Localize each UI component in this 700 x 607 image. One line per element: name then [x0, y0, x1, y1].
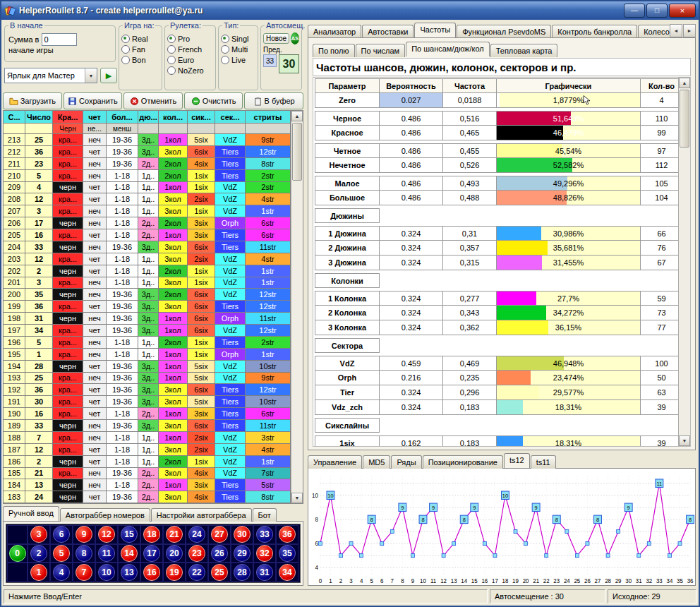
numpad-cell-28[interactable]: 28 [234, 564, 251, 581]
analysis-tab-5[interactable]: Колесо рулет [638, 25, 670, 37]
numpad-cell-36[interactable]: 36 [279, 526, 296, 543]
game-radio-1[interactable]: Fan [121, 44, 159, 54]
history-row[interactable]: 2013кра...неч1-181д..3кол1sixVdZ1str [4, 277, 291, 289]
history-row[interactable]: 18521кра...неч19-362д..3кол4sixVdZ7str [4, 468, 291, 480]
numpad-cell-5[interactable]: 5 [53, 545, 70, 562]
scroll-up-icon[interactable]: ▲ [291, 111, 303, 121]
series-tab-2[interactable]: Ряды [391, 455, 421, 469]
roulette-radio-1[interactable]: French [167, 44, 213, 54]
history-col-header[interactable]: стриты [246, 111, 291, 124]
freq-tab-1[interactable]: По числам [356, 44, 406, 57]
history-row[interactable]: 21325кра...неч19-363д..1кол5sixVdZ9str [4, 134, 291, 146]
history-row[interactable]: 19016кра...чет1-182д..1кол3sixTiers6str [4, 408, 291, 420]
numpad-cell-20[interactable]: 20 [166, 545, 183, 562]
scroll-up-icon[interactable]: ▲ [679, 78, 690, 88]
input-tab-2[interactable]: Настройки автограббера [151, 508, 252, 522]
scroll-track[interactable] [679, 88, 690, 435]
freq-tab-3[interactable]: Тепловая карта [490, 44, 558, 57]
numpad-cell-23[interactable]: 23 [188, 545, 205, 562]
series-tab-0[interactable]: Управление [308, 455, 362, 469]
history-row[interactable]: 18933черннеч19-363д..3кол6sixTiers11str [4, 420, 291, 432]
to-clipboard-button[interactable]: В буфер [244, 92, 303, 109]
numpad-cell-29[interactable]: 29 [234, 545, 251, 562]
start-sum-input[interactable] [42, 33, 77, 46]
history-row[interactable]: 2022чернчет1-181д..2кол1sixVdZ1str [4, 265, 291, 277]
numpad-cell-24[interactable]: 24 [188, 526, 205, 543]
numpad-cell-32[interactable]: 32 [256, 545, 273, 562]
numpad-cell-33[interactable]: 33 [256, 526, 273, 543]
numpad-cell-21[interactable]: 21 [166, 526, 183, 543]
play-button[interactable]: ▶ [100, 68, 117, 83]
numpad-cell-22[interactable]: 22 [188, 564, 205, 581]
history-col-header[interactable]: Число [25, 111, 53, 124]
numpad-cell-34[interactable]: 34 [279, 564, 296, 581]
freq-tab-2[interactable]: По шансам/дюж/кол [406, 42, 490, 56]
numpad-cell-18[interactable]: 18 [143, 526, 160, 543]
mode-radio-2[interactable]: Live [221, 54, 255, 65]
maximize-button[interactable]: □ [646, 4, 668, 18]
history-row[interactable]: 1862чернчет1-181д..2кол1sixVdZ1str [4, 456, 291, 468]
roulette-radio-2[interactable]: Euro [167, 54, 213, 65]
numpad-cell-12[interactable]: 12 [98, 526, 115, 543]
scroll-thumb[interactable] [680, 90, 689, 148]
history-col-header[interactable]: дю... [138, 111, 159, 124]
history-row[interactable]: 19130кра...чет19-363д..3кол5sixTiers10st… [4, 396, 291, 408]
series-tab-5[interactable]: ts11 [531, 455, 556, 469]
series-tab-3[interactable]: Позиционирование [423, 455, 503, 469]
history-col-header[interactable]: сек... [215, 111, 246, 124]
history-row[interactable]: 20812кра...чет1-181д..3кол2sixVdZ4str [4, 193, 291, 205]
scroll-thumb[interactable] [292, 123, 302, 181]
input-tab-1[interactable]: Автограббер номеров [60, 508, 150, 522]
scroll-track[interactable] [291, 121, 303, 493]
analysis-tab-0[interactable]: Анализатор [308, 25, 361, 37]
numpad-cell-30[interactable]: 30 [234, 526, 251, 543]
cancel-button[interactable]: Отменить [123, 92, 183, 109]
roulette-radio-3[interactable]: NoZero [167, 65, 213, 76]
analysis-tab-2[interactable]: Частоты [414, 23, 456, 37]
history-col-header[interactable]: Кра... [53, 111, 83, 124]
scroll-down-icon[interactable]: ▼ [291, 493, 303, 503]
series-tab-4[interactable]: ts12 [504, 453, 530, 468]
frequencies-scrollbar[interactable]: ▲ ▼ [678, 78, 690, 446]
numpad-cell-35[interactable]: 35 [279, 545, 296, 562]
numpad-cell-4[interactable]: 4 [53, 564, 70, 581]
history-row[interactable]: 18413черннеч1-182д..1кол3sixTiers5str [4, 479, 291, 491]
history-row[interactable]: 2105кра...неч1-181д..2кол1sixTiers2str [4, 170, 291, 182]
history-row[interactable]: 19831черннеч19-363д..1кол6sixOrph11str [4, 313, 291, 325]
save-button[interactable]: Сохранить [64, 92, 123, 109]
tab-scroll-right-icon[interactable]: ► [683, 24, 696, 37]
history-col-header[interactable]: кол... [159, 111, 188, 124]
input-tab-3[interactable]: Бот [253, 508, 277, 522]
numpad-cell-11[interactable]: 11 [98, 545, 115, 562]
clear-button[interactable]: Очистить [184, 92, 243, 109]
history-col-header[interactable]: бол... [107, 111, 138, 124]
numpad-cell-13[interactable]: 13 [121, 564, 138, 581]
numpad-cell-7[interactable]: 7 [76, 564, 92, 581]
numpad-cell-6[interactable]: 6 [53, 526, 70, 543]
history-col-header[interactable]: С... [4, 111, 25, 124]
analysis-tab-3[interactable]: Функционал PsevdoMS [457, 25, 551, 37]
numpad-cell-8[interactable]: 8 [76, 545, 92, 562]
numpad-cell-0[interactable]: 0 [9, 545, 26, 562]
history-row[interactable]: 18712кра...чет1-181д..3кол2sixVdZ4str [4, 444, 291, 456]
history-row[interactable]: 20312кра...чет1-181д..3кол2sixVdZ4str [4, 253, 291, 265]
history-row[interactable]: 19734кра...чет19-363д..1кол6sixVdZ12str [4, 325, 291, 337]
history-row[interactable]: 19936кра...чет19-363д..3кол6sixTiers12st… [4, 301, 291, 313]
history-row[interactable]: 2073кра...неч1-181д..3кол1sixVdZ1str [4, 205, 291, 217]
numpad-cell-1[interactable]: 1 [30, 564, 47, 581]
roulette-radio-0[interactable]: Pro [167, 33, 213, 44]
history-row[interactable]: 18324чернчет19-362д..3кол4sixTiers8str [4, 491, 291, 503]
history-row[interactable]: 19325кра...неч19-363д..1кол5sixVdZ9str [4, 373, 291, 385]
preset-combobox[interactable]: Ярлык для Мастер ▼ [4, 68, 97, 83]
history-row[interactable]: 20617черннеч1-182д..2кол3sixOrph6str [4, 217, 291, 229]
numpad-cell-10[interactable]: 10 [98, 564, 115, 581]
numpad-cell-17[interactable]: 17 [143, 545, 160, 562]
scroll-down-icon[interactable]: ▼ [679, 435, 690, 446]
history-row[interactable]: 1951кра...неч1-181д..1кол1sixOrph1str [4, 349, 291, 361]
analysis-tab-1[interactable]: Автоставки [362, 25, 414, 37]
new-autoshift-button[interactable]: Новое [263, 33, 289, 44]
analysis-tab-4[interactable]: Контроль банкролла [552, 25, 637, 37]
history-row[interactable]: 20516кра...чет1-182д..1кол3sixTiers6str [4, 229, 291, 241]
close-button[interactable]: × [669, 4, 696, 18]
history-row[interactable]: 1965кра...неч1-181д..2кол1sixTiers2str [4, 337, 291, 349]
